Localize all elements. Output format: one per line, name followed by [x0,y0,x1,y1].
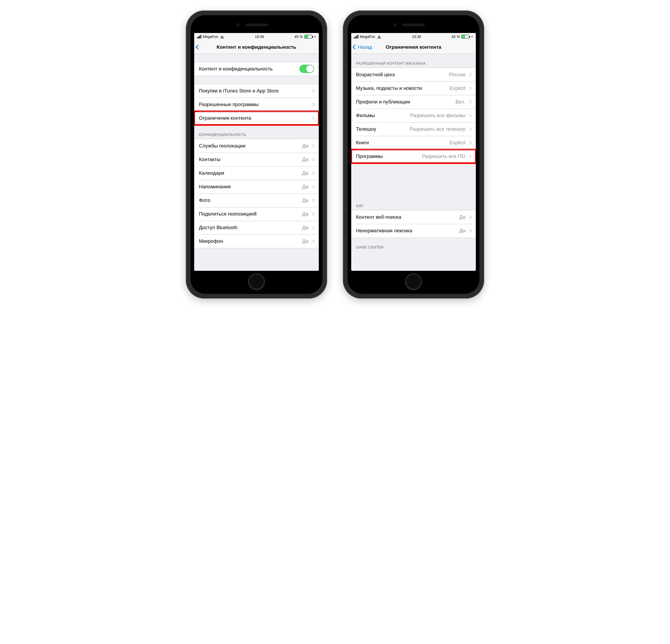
row-web-search-content[interactable]: Контент веб-поиска Да [351,210,476,224]
chevron-right-icon [468,229,472,233]
row-content-restrictions[interactable]: Ограничения контента [194,111,319,125]
row-microphone[interactable]: Микрофон Да [194,234,319,248]
row-value: Да [300,211,308,217]
content-scroll[interactable]: Контент и конфиденциальность Покупки в i… [194,54,319,271]
carrier-label: MegaFon [203,35,218,39]
chevron-right-icon [311,226,314,229]
battery-icon [304,35,312,39]
row-value: Вкл. [453,99,465,105]
row-label: Телешоу [356,126,376,132]
chevron-right-icon [468,155,472,158]
charging-icon: ⚡︎ [314,35,316,39]
chevron-left-icon [352,44,357,49]
chevron-right-icon [311,239,314,243]
row-photos[interactable]: Фото Да [194,194,319,207]
row-value: Explicit [447,140,465,146]
row-label: Ненормативная лексика [356,228,412,234]
signal-icon [197,35,201,39]
back-button[interactable] [196,40,200,54]
chevron-right-icon [311,116,314,120]
content-scroll[interactable]: РАЗРЕШЕННЫЙ КОНТЕНТ МАГАЗИНА Возрастной … [351,54,476,271]
row-movies[interactable]: Фильмы Разрешить все фильмы [351,109,476,122]
chevron-right-icon [468,100,472,104]
section-header-store: РАЗРЕШЕННЫЙ КОНТЕНТ МАГАЗИНА [351,54,476,68]
front-camera [236,23,240,27]
phone-body: MegaFon 19:39 45 % ⚡︎ Контент и конфиден… [190,15,322,294]
row-value: Да [457,214,465,220]
row-location-services[interactable]: Службы геолокации Да [194,139,319,153]
nav-bar: Назад Ограничения контента [351,40,476,54]
row-music-podcasts[interactable]: Музыка, подкасты и новости Explicit [351,81,476,95]
wifi-icon [220,35,225,39]
row-value: Россия [446,72,465,78]
chevron-right-icon [468,215,472,219]
row-label: Программы [356,154,383,159]
row-calendars[interactable]: Календари Да [194,166,319,180]
back-label: Назад [358,44,372,50]
toggle-switch[interactable] [299,65,314,73]
row-value: Да [300,170,308,176]
home-button[interactable] [248,273,265,290]
battery-percent: 45 % [452,35,460,39]
battery-percent: 45 % [294,35,303,39]
row-share-location[interactable]: Поделиться геопозицией Да [194,207,319,221]
row-itunes-purchases[interactable]: Покупки в iTunes Store и App Store [194,84,319,98]
screen: MegaFon 19:39 45 % ⚡︎ Назад Ограничения … [351,33,476,271]
speaker-grille [402,24,425,26]
row-bluetooth[interactable]: Доступ Bluetooth Да [194,221,319,234]
row-reminders[interactable]: Напоминания Да [194,180,319,194]
row-label: Контент веб-поиска [356,214,401,220]
chevron-right-icon [311,158,314,161]
row-allowed-apps[interactable]: Разрешенные программы [194,98,319,111]
phone-body: MegaFon 19:39 45 % ⚡︎ Назад Ограничения … [348,15,480,294]
store-group: Возрастной ценз Россия Музыка, подкасты … [351,68,476,163]
chevron-right-icon [311,89,314,93]
row-label: Контакты [199,157,220,162]
row-value: Разрешить все ПО [419,154,465,159]
row-age-rating[interactable]: Возрастной ценз Россия [351,68,476,81]
chevron-left-icon [196,44,200,49]
row-label: Службы геолокации [199,143,245,149]
row-label: Контент и конфиденциальность [199,66,273,72]
chevron-right-icon [468,114,472,117]
row-value: Разрешить все телешоу [407,126,465,132]
chevron-right-icon [311,144,314,148]
chevron-right-icon [468,87,472,90]
section-header-siri: SIRI [351,200,476,210]
signal-icon [354,35,358,39]
row-label: Микрофон [199,238,223,244]
chevron-right-icon [311,212,314,216]
row-label: Доступ Bluetooth [199,225,237,231]
page-title: Ограничения контента [386,44,442,50]
row-label: Напоминания [199,184,231,189]
row-tv-shows[interactable]: Телешоу Разрешить все телешоу [351,122,476,136]
charging-icon: ⚡︎ [471,35,473,39]
phone-right: MegaFon 19:39 45 % ⚡︎ Назад Ограничения … [343,11,484,299]
content-privacy-toggle-row[interactable]: Контент и конфиденциальность [194,62,319,76]
front-camera [393,23,397,27]
row-books[interactable]: Книги Explicit [351,136,476,149]
row-apps[interactable]: Программы Разрешить все ПО [351,149,476,163]
back-button[interactable]: Назад [353,40,372,54]
row-value: Да [300,143,308,149]
phone-left: MegaFon 19:39 45 % ⚡︎ Контент и конфиден… [186,11,327,299]
row-label: Поделиться геопозицией [199,211,257,217]
toggle-group: Контент и конфиденциальность [194,62,319,76]
chevron-right-icon [311,103,314,106]
row-label: Профили и публикации [356,99,410,105]
row-label: Календари [199,170,224,176]
row-label: Возрастной ценз [356,72,395,78]
row-profiles-posts[interactable]: Профили и публикации Вкл. [351,95,476,109]
row-explicit-language[interactable]: Ненормативная лексика Да [351,224,476,238]
row-label: Музыка, подкасты и новости [356,86,422,91]
row-contacts[interactable]: Контакты Да [194,153,319,166]
section-header-privacy: КОНФИДЕНЦИАЛЬНОСТЬ [194,125,319,139]
row-value: Да [300,225,308,231]
row-value: Да [300,157,308,162]
battery-icon [461,35,469,39]
speaker-grille [245,24,268,26]
page-title: Контент и конфиденциальность [217,44,296,50]
home-button[interactable] [405,273,422,290]
spacer [351,163,476,200]
siri-group: Контент веб-поиска Да Ненормативная лекс… [351,210,476,238]
